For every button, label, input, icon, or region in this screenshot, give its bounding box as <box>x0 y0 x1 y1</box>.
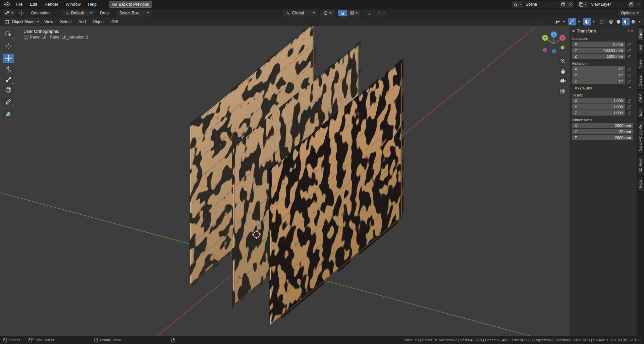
scale-z-field[interactable]: Z1.000 <box>572 110 625 116</box>
toolbar-scale-button[interactable] <box>3 75 14 84</box>
3d-viewport[interactable]: User Orthographic (1) Panel 18 | Panel 1… <box>0 17 644 336</box>
rotation-y-field[interactable]: Y0° <box>572 72 625 78</box>
toolbar-move-button[interactable] <box>3 54 14 63</box>
show-object-types-button[interactable] <box>553 18 561 25</box>
sidebar-tab-simply-cloth-pro[interactable]: Simply Cloth Pro <box>638 121 643 153</box>
transform-orientation-dropdown[interactable]: Global <box>283 10 318 16</box>
scale-x-field[interactable]: X1.000 <box>572 98 625 104</box>
falloff-curve-icon <box>377 11 382 15</box>
toolbar-cursor-button[interactable] <box>3 42 14 51</box>
camera-view-button[interactable] <box>558 77 567 85</box>
viewport-scene <box>0 17 644 336</box>
menu-gis[interactable]: GIS <box>108 17 122 26</box>
view-layer-name-field[interactable]: View Layer <box>588 1 627 8</box>
options-dropdown[interactable]: Options <box>618 10 641 16</box>
location-z-field[interactable]: Z1000 mm <box>572 54 625 59</box>
scene-browse-button[interactable] <box>512 1 523 8</box>
sidebar-tab-view[interactable]: View <box>638 58 643 70</box>
shading-material-button[interactable] <box>622 18 630 25</box>
scene-name-field[interactable]: Scene <box>523 1 559 8</box>
rotation-z-lock[interactable] <box>625 79 633 83</box>
menu-window[interactable]: Window <box>62 0 84 9</box>
proportional-falloff-dropdown[interactable] <box>374 10 388 16</box>
rotation-x-lock[interactable] <box>625 67 633 71</box>
toolbar-measure-button[interactable] <box>3 109 14 118</box>
rotation-x-field[interactable]: X0° <box>572 66 625 72</box>
delete-scene-button[interactable] <box>567 1 574 8</box>
menu-edit[interactable]: Edit <box>26 0 41 9</box>
global-orientation-icon <box>286 11 290 15</box>
view-layer-browse-button[interactable] <box>577 1 588 8</box>
menu-select[interactable]: Select <box>57 17 75 26</box>
zoom-view-button[interactable] <box>558 57 567 65</box>
snap-increment-icon <box>350 11 354 15</box>
chevron-down-icon <box>90 12 92 14</box>
sidebar-tab-item[interactable]: Item <box>638 28 643 40</box>
pivot-point-dropdown[interactable] <box>320 10 334 16</box>
sidebar-tab-edit[interactable]: Edit <box>638 107 643 118</box>
visibility-dropdown[interactable] <box>561 18 567 25</box>
shading-solid-button[interactable] <box>615 18 622 25</box>
scene-icon <box>514 2 518 7</box>
menu-help[interactable]: Help <box>84 0 100 9</box>
navigation-gizmo[interactable]: X Y Z <box>539 27 568 56</box>
shading-wireframe-button[interactable] <box>607 18 615 25</box>
sidebar-tab-create[interactable]: Create <box>638 73 643 89</box>
dimensions-z-field[interactable]: Z2000 mm <box>572 135 633 140</box>
location-x-lock[interactable] <box>625 42 633 47</box>
show-overlays-toggle[interactable] <box>583 18 591 25</box>
new-view-layer-button[interactable] <box>627 1 635 8</box>
location-y-field[interactable]: Y-483.61 mm <box>572 48 625 53</box>
toolbar-annotate-button[interactable] <box>3 97 14 107</box>
mode-dropdown[interactable]: Object Mode <box>3 18 42 25</box>
dimensions-x-field[interactable]: X2000 mm <box>572 123 633 128</box>
menu-file[interactable]: File <box>12 0 26 9</box>
shading-rendered-button[interactable] <box>630 18 637 25</box>
rotation-mode-dropdown[interactable]: XYZ Euler <box>572 85 633 91</box>
sidebar-tab-arp[interactable]: ARP <box>638 92 643 104</box>
scale-z-lock[interactable] <box>625 111 633 115</box>
panel-drag-dots-icon[interactable] <box>628 30 633 33</box>
toolbar-rotate-button[interactable] <box>3 65 14 74</box>
show-gizmos-toggle[interactable] <box>568 18 576 25</box>
active-tool-dropdown[interactable] <box>3 10 15 16</box>
gizmo-x-neg[interactable] <box>543 48 547 52</box>
rotation-y-lock[interactable] <box>625 73 633 77</box>
xray-toggle[interactable] <box>598 18 606 25</box>
menu-object[interactable]: Object <box>89 17 108 26</box>
sidebar-tab-3d-print[interactable]: 3D-Print <box>638 156 643 175</box>
pan-view-button[interactable] <box>558 67 567 75</box>
rotation-z-field[interactable]: Z0° <box>572 78 625 84</box>
orientation-dropdown[interactable]: Default <box>62 10 95 16</box>
material-sphere-icon <box>624 19 628 24</box>
menu-add[interactable]: Add <box>75 17 89 26</box>
location-x-field[interactable]: X0 mm <box>572 42 625 47</box>
sidebar-tab-tools[interactable]: Tools <box>638 178 643 191</box>
remove-view-layer-button[interactable] <box>635 1 642 8</box>
new-scene-button[interactable] <box>559 1 567 8</box>
proportional-editing-toggle[interactable] <box>365 10 374 16</box>
location-y-lock[interactable] <box>625 48 633 53</box>
scale-y-field[interactable]: Y1.000 <box>572 104 625 110</box>
toolbar-transform-button[interactable] <box>3 85 14 94</box>
blender-logo-icon[interactable] <box>3 2 10 7</box>
shading-dropdown[interactable] <box>637 18 642 25</box>
scale-x-lock[interactable] <box>625 99 633 103</box>
snap-settings-dropdown[interactable] <box>347 10 360 16</box>
drag-dropdown[interactable]: Select Box <box>117 10 152 16</box>
back-to-previous-button[interactable]: Back to Previous <box>109 1 152 8</box>
scale-y-lock[interactable] <box>625 105 633 109</box>
dimensions-y-field[interactable]: Y20 mm <box>572 129 633 134</box>
transform-panel-header[interactable]: Transform <box>572 28 633 34</box>
gizmo-z-neg[interactable] <box>552 50 556 53</box>
gizmo-y-neg[interactable] <box>561 46 565 50</box>
menu-view[interactable]: View <box>41 17 57 26</box>
gizmos-dropdown[interactable] <box>576 18 581 25</box>
toolbar-tweak-select-button[interactable] <box>3 30 14 39</box>
sidebar-tab-tool[interactable]: Tool <box>638 43 643 54</box>
snap-toggle-button[interactable] <box>338 10 347 16</box>
overlays-dropdown[interactable] <box>591 18 596 25</box>
toggle-projection-button[interactable] <box>558 87 567 95</box>
location-z-lock[interactable] <box>625 54 633 59</box>
menu-render[interactable]: Render <box>41 0 62 9</box>
